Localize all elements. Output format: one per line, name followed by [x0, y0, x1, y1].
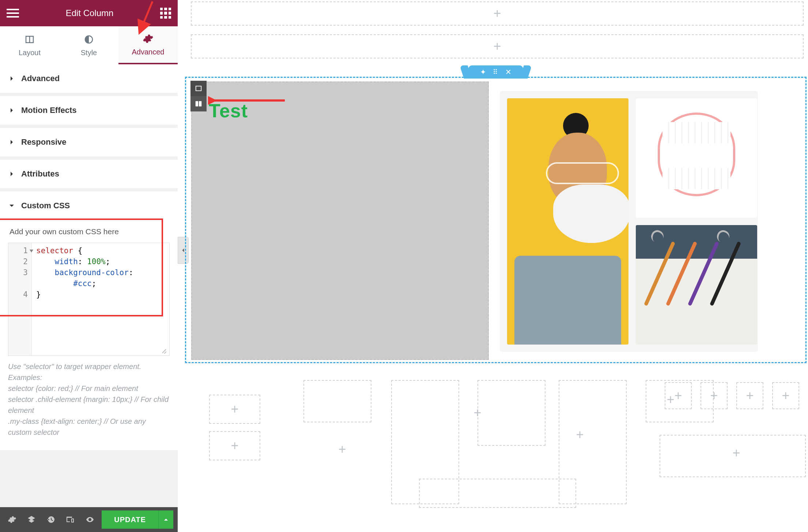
add-widget-placeholder[interactable] [419, 479, 576, 508]
drag-handle-icon[interactable]: ⠿ [493, 68, 499, 76]
heading-widget-test[interactable]: Test [209, 100, 248, 122]
customcss-editor[interactable]: 1 2 3 4 selector { width: 100%; backgrou… [8, 243, 170, 356]
sidebar-header: Edit Column [0, 0, 178, 26]
accordion-attributes: Attributes [0, 160, 178, 191]
add-widget-placeholder[interactable]: + [665, 382, 692, 409]
tab-style[interactable]: Style [59, 26, 118, 64]
accordion-customcss: Custom CSS Add your own custom CSS here … [0, 191, 178, 453]
plus-icon: + [782, 389, 789, 402]
gallery-column[interactable] [500, 91, 758, 352]
add-widget-placeholder[interactable]: + [331, 438, 353, 460]
add-widget-placeholder[interactable]: + [701, 382, 728, 409]
plus-icon: + [746, 389, 754, 402]
add-widget-placeholder[interactable]: + [467, 402, 488, 424]
sidebar-footer: UPDATE [0, 507, 178, 532]
plus-icon: + [231, 403, 238, 416]
add-widget-placeholder[interactable]: + [569, 424, 591, 446]
selected-section[interactable]: ✦ ⠿ ✕ Test [185, 77, 807, 363]
settings-button[interactable] [4, 512, 19, 528]
tab-layout[interactable]: Layout [0, 26, 59, 64]
eye-icon [86, 515, 94, 524]
devices-icon [66, 515, 75, 524]
gallery-image-tools[interactable] [636, 225, 757, 345]
accordion-advanced: Advanced [0, 64, 178, 96]
accordion-advanced-label: Advanced [21, 74, 60, 83]
add-widget-placeholder[interactable]: + [209, 431, 260, 460]
add-section-placeholder[interactable]: + [191, 34, 804, 58]
plus-icon: + [338, 443, 346, 456]
plus-icon: + [732, 446, 740, 460]
editor-canvas[interactable]: + + ✦ ⠿ ✕ Test + [178, 0, 808, 532]
menu-icon[interactable] [7, 7, 19, 19]
add-section-placeholder[interactable]: + [191, 1, 804, 26]
close-icon[interactable]: ✕ [505, 68, 511, 76]
preview-button[interactable] [82, 512, 97, 528]
add-widget-placeholder[interactable]: + [209, 395, 260, 424]
plus-icon: + [576, 428, 584, 441]
tab-advanced-label: Advanced [132, 48, 165, 56]
accordion-attributes-label: Attributes [21, 169, 59, 179]
plus-icon: + [473, 406, 481, 419]
accordion-motion-header[interactable]: Motion Effects [0, 96, 178, 125]
layers-icon [27, 515, 36, 524]
chevron-right-icon [9, 76, 15, 81]
navigator-button[interactable] [24, 512, 39, 528]
gutter-line: 1 [8, 245, 28, 256]
widgets-grid-icon[interactable] [160, 8, 171, 19]
sidebar-title: Edit Column [66, 8, 114, 18]
code-gutter: 1 2 3 4 [8, 243, 32, 356]
customcss-field-label: Add your own custom CSS here [10, 227, 170, 236]
accordion-advanced-header[interactable]: Advanced [0, 64, 178, 93]
history-button[interactable] [44, 512, 58, 528]
accordion-motion-label: Motion Effects [21, 106, 77, 115]
gallery-image-teeth-model[interactable] [636, 98, 757, 218]
section-toolbar[interactable]: ✦ ⠿ ✕ [468, 65, 523, 79]
plus-icon: + [710, 389, 718, 402]
plus-icon: + [231, 439, 238, 452]
gallery-image-dentist[interactable] [507, 98, 628, 345]
responsive-button[interactable] [63, 512, 78, 528]
accordion-responsive-header[interactable]: Responsive [0, 128, 178, 156]
style-icon [83, 34, 94, 45]
edited-column[interactable]: Test [191, 81, 489, 360]
accordion-motion: Motion Effects [0, 96, 178, 128]
chevron-up-icon [163, 517, 169, 522]
add-widget-placeholder[interactable] [303, 380, 371, 422]
history-icon [46, 515, 55, 524]
add-icon[interactable]: ✦ [480, 68, 486, 76]
update-button-group: UPDATE [102, 510, 173, 529]
sidebar-body: Advanced Motion Effects Responsive Attri… [0, 64, 178, 507]
add-widget-placeholder[interactable]: + [772, 382, 799, 409]
resize-handle[interactable] [161, 347, 168, 354]
gutter-line: 2 [8, 256, 28, 267]
chevron-right-icon [9, 171, 15, 177]
tab-layout-label: Layout [19, 49, 41, 57]
column-edit-handle[interactable] [190, 81, 207, 96]
gear-icon [8, 515, 16, 524]
tab-advanced[interactable]: Advanced [118, 26, 178, 64]
add-widget-placeholder[interactable]: + [725, 442, 747, 464]
chevron-down-icon [9, 203, 15, 209]
gutter-line: 4 [8, 289, 28, 300]
plus-icon: + [674, 389, 682, 402]
chevron-right-icon [9, 107, 15, 113]
layout-icon [24, 34, 35, 45]
update-dropdown[interactable] [159, 510, 173, 529]
accordion-responsive: Responsive [0, 128, 178, 160]
accordion-customcss-header[interactable]: Custom CSS [0, 191, 178, 220]
accordion-customcss-label: Custom CSS [21, 201, 70, 210]
plus-icon: + [493, 7, 501, 20]
gutter-line: 3 [8, 267, 28, 278]
accordion-responsive-label: Responsive [21, 137, 67, 147]
chevron-right-icon [9, 139, 15, 145]
plus-icon: + [493, 40, 501, 53]
sidebar-tabs: Layout Style Advanced [0, 26, 178, 64]
gear-icon [143, 33, 154, 44]
update-button[interactable]: UPDATE [102, 510, 159, 529]
tab-style-label: Style [81, 49, 97, 57]
add-widget-placeholder[interactable]: + [736, 382, 763, 409]
customcss-hint: Use "selector" to target wrapper element… [8, 356, 170, 441]
column-icon [195, 84, 203, 92]
accordion-attributes-header[interactable]: Attributes [0, 160, 178, 188]
column-edit-button[interactable] [190, 96, 207, 111]
